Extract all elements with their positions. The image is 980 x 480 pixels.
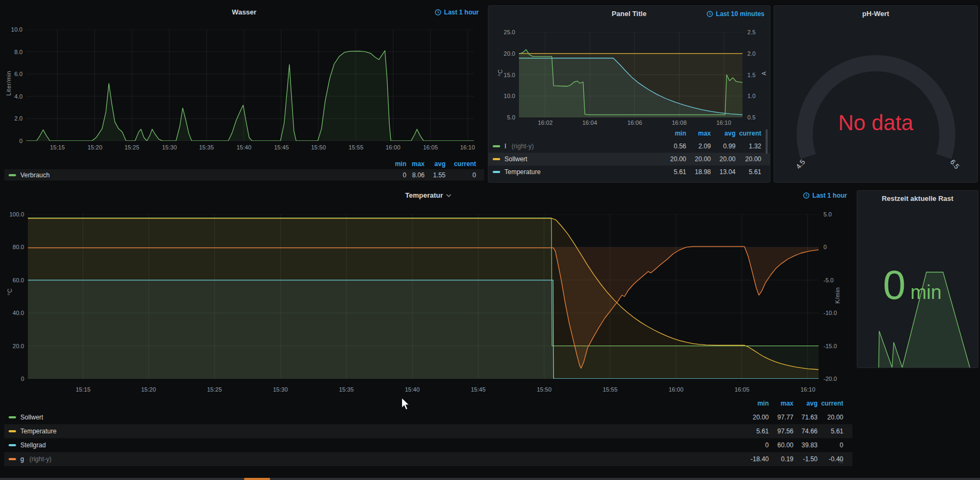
legend-stat: -18.40 xyxy=(737,455,769,463)
legend-row: I(right-y)0.562.090.991.32 xyxy=(488,140,770,153)
legend-stat: 0 xyxy=(385,171,406,179)
panel-temperatur: Temperatur Last 1 hour °C K/min 15:1515:… xyxy=(4,188,852,466)
panel-restzeit: Restzeit aktuelle Rast 0 min xyxy=(857,190,978,368)
horizontal-scrollbar-thumb[interactable] xyxy=(244,478,270,480)
y-tick-label-left: 6.0 xyxy=(14,71,23,77)
legend-sort-max[interactable]: max xyxy=(769,400,793,407)
legend-stat: 20.00 xyxy=(711,155,736,163)
x-tick-label: 16:10 xyxy=(716,119,731,126)
legend-stat: 0.99 xyxy=(711,142,736,150)
legend-row: Stellgrad060.0039.830 xyxy=(4,438,852,452)
legend-stat: 20.00 xyxy=(736,155,761,163)
right-axis-unit-label: K/min xyxy=(834,287,841,304)
x-tick-label: 16:08 xyxy=(672,119,687,126)
legend-sort-max[interactable]: max xyxy=(406,160,425,168)
legend-stat: 97.77 xyxy=(769,414,793,421)
legend-series-name[interactable]: Temperature xyxy=(20,428,56,435)
panel-title-text: Temperatur xyxy=(405,191,443,199)
y-tick-label-left: 20.0 xyxy=(504,50,515,57)
x-tick-label: 15:25 xyxy=(124,144,139,151)
stat-number: 0 xyxy=(883,265,905,305)
legend-row: Temperature5.6197.5674.665.61 xyxy=(4,424,852,438)
time-range-label: Last 1 hour xyxy=(444,9,479,16)
legend-series-name[interactable]: Sollwert xyxy=(20,414,43,421)
legend-stat: 5.61 xyxy=(818,428,843,435)
legend-stat: 0 xyxy=(737,441,769,449)
legend-sort-current[interactable]: current xyxy=(736,130,761,137)
series-color-marker[interactable] xyxy=(9,444,16,446)
legend-sort-current[interactable]: current xyxy=(818,400,843,407)
x-tick-label: 15:55 xyxy=(348,144,363,151)
x-tick-label: 16:10 xyxy=(460,144,475,151)
legend-series-name[interactable]: I xyxy=(504,142,506,150)
x-tick-label: 16:05 xyxy=(734,386,749,393)
y-tick-label-left: 0 xyxy=(19,138,23,144)
chart-plot-area[interactable] xyxy=(28,214,819,379)
x-tick-label: 16:05 xyxy=(423,144,438,151)
clock-icon xyxy=(435,9,441,16)
y-tick-label-right: 2.0 xyxy=(747,50,755,57)
y-tick-label-right: 1.5 xyxy=(747,72,755,78)
legend-sort-max[interactable]: max xyxy=(686,130,711,137)
legend-stat: 71.63 xyxy=(793,414,818,421)
x-tick-label: 15:40 xyxy=(236,144,251,151)
clock-icon xyxy=(803,192,810,199)
y-tick-label-left: 100.0 xyxy=(9,211,24,218)
legend-header-row: minmaxavgcurrent xyxy=(4,396,852,410)
legend-sort-current[interactable]: current xyxy=(446,160,476,168)
legend-series-name[interactable]: Verbrauch xyxy=(20,171,50,179)
y-tick-label-left: 15.0 xyxy=(504,72,515,78)
time-range-picker[interactable]: Last 1 hour xyxy=(435,9,479,16)
y-tick-label-left: 10.0 xyxy=(11,26,23,33)
horizontal-scrollbar-track[interactable] xyxy=(0,478,980,480)
y-tick-label-left: 10.0 xyxy=(504,93,515,99)
legend-stat: 18.98 xyxy=(686,168,711,176)
series-color-marker[interactable] xyxy=(9,416,16,418)
legend-sort-avg[interactable]: avg xyxy=(793,400,818,407)
legend-sort-avg[interactable]: avg xyxy=(425,160,446,168)
panel-header-wasser[interactable]: Wasser xyxy=(4,8,484,16)
x-tick-label: 15:35 xyxy=(199,144,214,151)
series-color-marker[interactable] xyxy=(9,174,16,176)
legend-series-name[interactable]: Stellgrad xyxy=(20,441,46,449)
y-tick-label-left: 5.0 xyxy=(507,114,515,121)
chart-plot-area[interactable] xyxy=(519,32,743,117)
series-color-marker[interactable] xyxy=(493,171,500,173)
legend-series-name[interactable]: Temperature xyxy=(504,168,540,176)
y-tick-label-right: 2.5 xyxy=(747,29,755,35)
series-color-marker[interactable] xyxy=(493,158,500,160)
legend-sort-min[interactable]: min xyxy=(659,130,686,137)
x-tick-label: 16:04 xyxy=(582,119,597,126)
y-tick-label-left: 4.0 xyxy=(14,93,23,100)
clock-icon xyxy=(707,11,713,17)
legend-stat: 1.55 xyxy=(425,171,446,179)
y-tick-label-left: 60.0 xyxy=(13,277,24,283)
x-tick-label: 16:00 xyxy=(669,386,684,393)
legend-sort-avg[interactable]: avg xyxy=(711,130,736,137)
y-tick-label-left: 25.0 xyxy=(504,29,515,35)
chart-plot-area[interactable] xyxy=(26,29,474,141)
legend-sort-min[interactable]: min xyxy=(737,400,769,407)
time-range-picker[interactable]: Last 1 hour xyxy=(803,192,847,199)
x-tick-label: 15:45 xyxy=(471,386,486,393)
panel-header-restzeit[interactable]: Restzeit aktuelle Rast xyxy=(857,194,978,202)
legend-stat: 20.00 xyxy=(818,414,843,421)
legend-stat: 39.83 xyxy=(793,441,818,449)
panel-header-temperatur[interactable]: Temperatur xyxy=(4,191,852,199)
series-color-marker[interactable] xyxy=(493,145,500,147)
legend-stat: 0 xyxy=(818,441,843,449)
legend-series-name[interactable]: g xyxy=(20,455,24,463)
y-tick-label-left: 8.0 xyxy=(14,49,23,55)
series-color-marker[interactable] xyxy=(9,458,16,460)
legend-series-name[interactable]: Sollwert xyxy=(504,155,528,163)
x-tick-label: 15:30 xyxy=(273,386,288,393)
series-color-marker[interactable] xyxy=(9,430,16,432)
legend-stat: -1.50 xyxy=(793,455,818,463)
legend-row: Sollwert20.0097.7771.6320.00 xyxy=(4,410,852,424)
x-tick-label: 15:30 xyxy=(162,144,177,151)
legend-sort-min[interactable]: min xyxy=(385,160,406,168)
x-tick-label: 15:40 xyxy=(405,386,420,393)
y-tick-label-right: -15.0 xyxy=(823,343,837,349)
x-tick-label: 15:20 xyxy=(141,386,156,393)
time-range-picker[interactable]: Last 10 minutes xyxy=(707,10,764,18)
